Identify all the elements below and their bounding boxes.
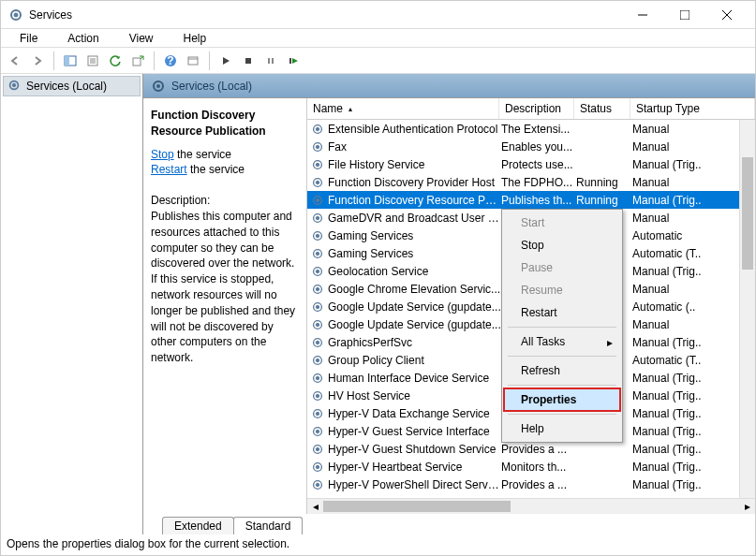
table-row[interactable]: Function Discovery Provider HostThe FDPH… — [307, 173, 755, 191]
svg-rect-3 — [680, 10, 689, 20]
cell-description: Monitors th... — [501, 461, 576, 474]
close-button[interactable] — [705, 2, 748, 28]
gear-icon — [311, 372, 324, 385]
back-button[interactable] — [5, 51, 25, 71]
cell-name: Function Discovery Resource Publi... — [328, 194, 501, 207]
cell-startup: Manual (Trig.. — [632, 372, 755, 385]
gear-icon — [311, 478, 324, 491]
cell-startup: Automatic (.. — [632, 300, 755, 314]
cell-name: GraphicsPerfSvc — [328, 336, 501, 349]
service-list[interactable]: Extensible Authentication ProtocolThe Ex… — [307, 120, 755, 498]
stop-toolbar-button[interactable] — [238, 51, 259, 71]
titlebar[interactable]: Services — [1, 1, 755, 29]
cell-startup: Manual — [632, 140, 755, 154]
scroll-right-arrow[interactable]: ▸ — [739, 499, 755, 515]
ctx-stop[interactable]: Stop — [504, 234, 620, 256]
tab-extended[interactable]: Extended — [162, 517, 234, 534]
gear-icon — [7, 79, 22, 94]
menu-file[interactable]: File — [5, 30, 52, 47]
svg-point-38 — [316, 234, 319, 238]
column-status[interactable]: Status — [574, 98, 630, 119]
menu-action[interactable]: Action — [52, 30, 113, 47]
svg-rect-19 — [272, 58, 274, 64]
svg-point-26 — [316, 127, 319, 131]
cell-name: Hyper-V Guest Service Interface — [328, 425, 501, 438]
menu-bar: File Action View Help — [1, 29, 755, 48]
refresh-button[interactable] — [105, 51, 126, 71]
column-startup-type[interactable]: Startup Type — [630, 98, 755, 119]
column-name[interactable]: Name▴ — [307, 98, 499, 119]
horizontal-scrollbar[interactable]: ◂ ▸ — [307, 498, 755, 514]
cell-name: Hyper-V PowerShell Direct Service — [328, 478, 501, 491]
svg-point-50 — [316, 341, 319, 344]
submenu-arrow-icon: ▸ — [607, 336, 613, 349]
gear-icon — [311, 354, 324, 367]
cell-name: Geolocation Service — [328, 265, 501, 278]
table-row[interactable]: Function Discovery Resource Publi...Publ… — [307, 191, 755, 209]
cell-description: Provides a ... — [501, 478, 576, 491]
gear-icon — [311, 140, 324, 154]
cell-startup: Manual (Trig.. — [632, 336, 755, 349]
menu-help[interactable]: Help — [169, 30, 222, 47]
scroll-left-arrow[interactable]: ◂ — [307, 499, 323, 515]
properties-toolbar-button[interactable] — [82, 51, 103, 71]
ctx-refresh[interactable]: Refresh — [504, 359, 620, 382]
table-row[interactable]: Hyper-V Heartbeat ServiceMonitors th...M… — [307, 458, 755, 476]
show-hide-console-button[interactable] — [60, 51, 81, 71]
cell-name: HV Host Service — [328, 389, 501, 402]
menu-view[interactable]: View — [114, 30, 169, 47]
pause-toolbar-button[interactable] — [260, 51, 281, 71]
ctx-properties[interactable]: Properties — [504, 388, 620, 411]
gear-icon — [311, 389, 324, 402]
table-row[interactable]: Hyper-V PowerShell Direct ServiceProvide… — [307, 476, 755, 493]
selected-service-name: Function Discovery Resource Publication — [151, 108, 299, 139]
svg-point-62 — [316, 447, 319, 451]
gear-icon — [311, 407, 324, 420]
cell-startup: Manual — [632, 212, 755, 225]
hscroll-thumb[interactable] — [323, 501, 511, 512]
ctx-start: Start — [504, 212, 620, 234]
column-description[interactable]: Description — [499, 98, 574, 119]
cell-description: The FDPHO... — [501, 176, 576, 189]
cell-description: The Extensi... — [501, 123, 576, 136]
cell-name: Hyper-V Data Exchange Service — [328, 407, 501, 420]
cell-name: Google Chrome Elevation Servic... — [328, 283, 501, 296]
gear-icon — [311, 194, 324, 207]
restart-toolbar-button[interactable] — [283, 51, 304, 71]
tab-standard[interactable]: Standard — [233, 517, 304, 534]
help-button[interactable]: ? — [160, 51, 181, 71]
list-button[interactable] — [183, 51, 203, 71]
cell-description: Provides a ... — [501, 443, 576, 456]
gear-icon — [311, 318, 324, 331]
table-row[interactable]: Extensible Authentication ProtocolThe Ex… — [307, 120, 755, 138]
svg-text:?: ? — [167, 54, 173, 67]
ctx-help[interactable]: Help — [504, 417, 620, 440]
cell-startup: Manual — [632, 283, 755, 296]
svg-point-54 — [316, 376, 319, 380]
detail-pane: Function Discovery Resource Publication … — [143, 98, 307, 514]
cell-startup: Manual (Trig.. — [632, 461, 755, 474]
restart-service-link[interactable]: Restart — [151, 163, 187, 176]
table-row[interactable]: FaxEnables you...Manual — [307, 138, 755, 155]
minimize-button[interactable] — [621, 2, 663, 28]
play-button[interactable] — [215, 51, 236, 71]
ctx-all-tasks[interactable]: All Tasks▸ — [504, 330, 620, 353]
svg-point-46 — [316, 305, 319, 309]
pane-header: Services (Local) — [143, 74, 755, 97]
export-button[interactable] — [127, 51, 148, 71]
maximize-button[interactable] — [663, 2, 705, 28]
stop-service-link[interactable]: Stop — [151, 148, 174, 161]
cell-name: File History Service — [328, 158, 501, 171]
svg-point-32 — [316, 181, 319, 184]
table-row[interactable]: File History ServiceProtects use...Manua… — [307, 155, 755, 173]
forward-button[interactable] — [27, 51, 48, 71]
tree-item-services-local[interactable]: Services (Local) — [3, 76, 141, 96]
cell-name: Human Interface Device Service — [328, 372, 501, 385]
vertical-scrollbar[interactable] — [739, 120, 755, 498]
window-title: Services — [29, 8, 621, 22]
svg-point-24 — [156, 84, 160, 88]
svg-point-56 — [316, 394, 319, 398]
scrollbar-thumb[interactable] — [742, 157, 753, 270]
ctx-restart[interactable]: Restart — [504, 301, 620, 324]
svg-point-22 — [12, 83, 16, 87]
